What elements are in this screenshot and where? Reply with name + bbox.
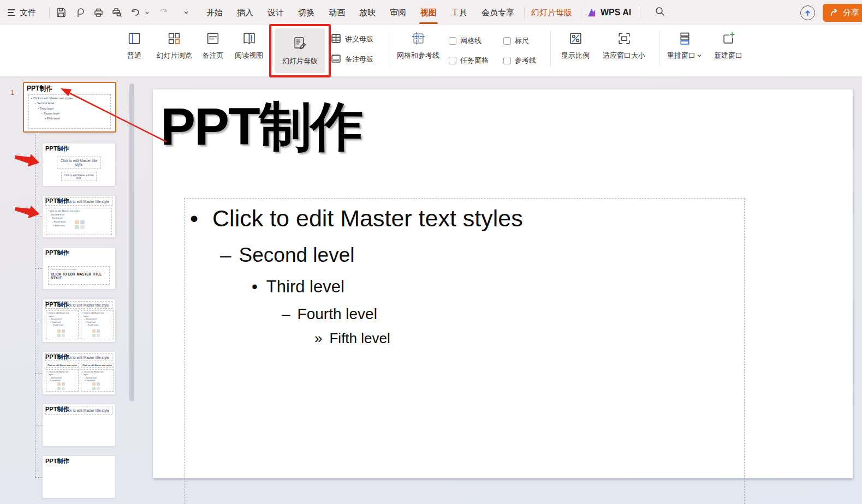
slide-thumbnail-layout[interactable]: PPT制作 Click to edit Master title style •… — [42, 195, 116, 238]
content-placeholder-icons — [92, 329, 100, 337]
reading-view-button[interactable]: 阅读视图 — [235, 29, 263, 61]
menubar: 文件 — [0, 0, 862, 25]
tab-review[interactable]: 审阅 — [389, 5, 407, 20]
slide-thumbnail-layout[interactable]: PPT制作 — [42, 455, 116, 499]
ribbon: 普通 幻灯片浏览 备注页 阅读视图 幻灯片母版 — [0, 25, 862, 77]
cloud-upload-icon[interactable] — [800, 5, 815, 20]
checkbox-icon — [503, 37, 511, 45]
layout-tree-line — [35, 134, 35, 477]
notes-master-button[interactable]: 备注母版 — [331, 53, 373, 65]
reading-view-icon — [242, 29, 257, 47]
slide-sorter-button[interactable]: 幻灯片浏览 — [157, 29, 192, 61]
ribbon-group-divider — [550, 31, 551, 67]
tab-slide-master-context[interactable]: 幻灯片母版 — [530, 5, 573, 20]
save-icon[interactable] — [55, 7, 67, 19]
notes-master-icon — [331, 53, 341, 65]
divider — [524, 7, 525, 18]
checkbox-ruler[interactable]: 标尺 — [503, 36, 529, 46]
master-text-level-2[interactable]: – Second level — [220, 244, 354, 267]
undo-icon[interactable] — [129, 7, 141, 19]
share-button[interactable]: 分享 — [823, 4, 862, 22]
fit-window-button[interactable]: 适应窗口大小 — [603, 29, 645, 61]
content-placeholder-icons — [75, 220, 85, 229]
layout-tree-stub — [35, 373, 42, 374]
print-preview-icon[interactable] — [111, 7, 122, 19]
master-text-level-4[interactable]: – Fourth level — [282, 305, 377, 323]
slide-thumbnail-layout[interactable]: PPT制作 Click to edit Master title style •… — [42, 299, 116, 343]
layout-tree-stub — [35, 268, 42, 269]
grid-and-guides-button[interactable]: 网格和参考线 — [397, 29, 439, 61]
slide-thumbnail-layout[interactable]: PPT制作 Click to edit Master title style C… — [42, 351, 116, 395]
slide-number: 1 — [10, 88, 14, 97]
tab-animations[interactable]: 动画 — [328, 5, 346, 20]
content-placeholder-icons — [57, 382, 65, 390]
tab-transitions[interactable]: 切换 — [297, 5, 316, 20]
ribbon-group-divider — [389, 31, 389, 67]
wps-presentation-window: 文件 — [0, 0, 862, 504]
thumbnail-panel-scrollbar[interactable] — [129, 83, 134, 401]
checkbox-icon — [449, 57, 456, 64]
slide-master-button[interactable]: 幻灯片母版 — [275, 28, 325, 73]
handout-master-icon — [331, 33, 341, 45]
tab-home[interactable]: 开始 — [205, 5, 224, 20]
export-icon[interactable] — [74, 7, 85, 19]
ribbon-group-divider — [659, 31, 660, 67]
slide-thumbnail-master[interactable]: PPT制作 • Click to edit Master text styles… — [23, 82, 116, 133]
zoom-ratio-icon — [568, 29, 583, 47]
new-window-icon — [721, 29, 736, 47]
file-menu-button[interactable]: 文件 — [20, 8, 36, 18]
content-placeholder-icons — [92, 382, 100, 390]
tab-view[interactable]: 视图 — [419, 5, 438, 20]
slide-thumbnail-layout[interactable]: PPT制作 Click to edit Master title style C… — [42, 143, 116, 187]
checkbox-guides[interactable]: 参考线 — [503, 56, 536, 65]
wps-ai-logo-icon — [587, 8, 597, 18]
undo-dropdown-chevron-icon[interactable] — [145, 10, 150, 15]
wps-ai-label: WPS AI — [601, 8, 631, 17]
notes-page-button[interactable]: 备注页 — [203, 29, 224, 61]
search-icon[interactable] — [655, 6, 665, 19]
slide-thumbnail-layout[interactable]: PPT制作 Click to edit master text styles C… — [42, 247, 116, 290]
tab-tools[interactable]: 工具 — [450, 5, 468, 20]
share-icon — [829, 8, 839, 17]
normal-view-button[interactable]: 普通 — [127, 29, 142, 61]
tab-insert[interactable]: 插入 — [236, 5, 254, 20]
tab-membership[interactable]: 会员专享 — [480, 5, 515, 20]
arrange-windows-button[interactable]: 重排窗口 — [667, 29, 702, 61]
quick-access-toolbar — [55, 7, 189, 19]
divider — [581, 7, 581, 18]
fit-window-icon — [617, 29, 632, 47]
zoom-ratio-button[interactable]: 显示比例 — [561, 29, 590, 61]
slide-sorter-icon — [167, 29, 182, 47]
bullet-marker: – — [282, 305, 290, 323]
bullet-marker: » — [314, 330, 322, 347]
new-window-button[interactable]: 新建窗口 — [714, 29, 742, 61]
divider — [640, 7, 640, 18]
layout-tree-stub — [35, 425, 42, 425]
bullet-marker: – — [220, 244, 231, 267]
tab-slideshow[interactable]: 放映 — [358, 5, 377, 20]
slide-master-icon — [293, 35, 307, 52]
menu-tabs: 开始 插入 设计 切换 动画 放映 审阅 视图 工具 会员专享 — [205, 5, 515, 20]
master-text-level-5[interactable]: » Fifth level — [314, 330, 390, 347]
tab-design[interactable]: 设计 — [266, 5, 285, 20]
slide-master-title[interactable]: PPT制作 — [160, 99, 362, 154]
handout-master-button[interactable]: 讲义母版 — [331, 33, 373, 45]
layout-tree-stub — [35, 165, 42, 165]
bullet-marker: • — [190, 205, 198, 232]
wps-ai-button[interactable]: WPS AI — [587, 8, 631, 18]
content-placeholder-icons — [57, 329, 65, 337]
master-text-level-3[interactable]: • Third level — [252, 277, 344, 297]
layout-tree-stub — [35, 477, 42, 478]
checkbox-icon — [449, 37, 456, 45]
master-text-level-1[interactable]: • Click to edit Master text styles — [190, 205, 523, 232]
checkbox-task-pane[interactable]: 任务窗格 — [449, 56, 489, 65]
checkbox-gridlines[interactable]: 网格线 — [449, 36, 481, 46]
hamburger-menu-icon[interactable] — [8, 9, 15, 16]
print-icon[interactable] — [92, 7, 104, 19]
checkbox-icon — [503, 57, 511, 64]
grid-and-guides-icon — [411, 29, 426, 47]
layout-tree-stub — [35, 217, 42, 217]
toolbar-expand-chevron-icon[interactable] — [183, 10, 189, 15]
bullet-marker: • — [252, 277, 258, 297]
slide-thumbnail-layout[interactable]: PPT制作 Click to edit Master title style — [42, 404, 116, 447]
